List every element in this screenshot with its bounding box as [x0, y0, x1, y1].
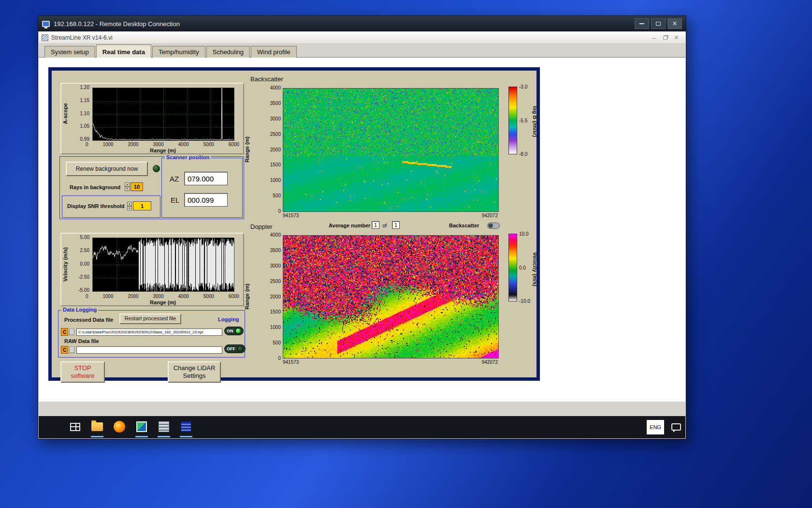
- ascope-xticks: 0100020003000400050006000: [86, 142, 239, 147]
- backscatter-ytick: 3000: [270, 116, 281, 121]
- rdp-window: 192.168.0.122 - Remote Desktop Connectio…: [38, 15, 686, 439]
- doppler-yticks: 40003500300025002000150010005000: [261, 232, 281, 361]
- rays-value[interactable]: 10: [130, 182, 143, 191]
- task-view-icon[interactable]: [69, 420, 81, 433]
- backscatter-ytick: 2500: [270, 132, 281, 137]
- app-window: StreamLine XR v14-6.vi – × System setupR…: [39, 31, 685, 417]
- doppler-heatmap: [283, 235, 499, 359]
- processed-browse-icon[interactable]: [69, 329, 74, 335]
- remote-desktop-icon: [42, 21, 50, 27]
- snr-spinner[interactable]: ▲▼: [127, 202, 132, 210]
- backscatter-heatmap: [283, 88, 499, 212]
- doppler-ytick: 0: [278, 356, 281, 361]
- tab-real-time-data[interactable]: Real time data: [96, 45, 151, 58]
- tab-scheduling[interactable]: Scheduling: [206, 46, 250, 58]
- rdp-maximize-button[interactable]: [651, 18, 666, 29]
- backscatter-colorbar-tick: -8.0: [519, 151, 527, 157]
- ascope-ylabel: A-scope: [62, 103, 68, 124]
- data-logging-title: Data Logging: [61, 307, 98, 313]
- backscatter-ytick: 0: [278, 209, 281, 214]
- stop-software-button[interactable]: STOP software: [60, 361, 105, 383]
- maximize-icon: [656, 22, 661, 26]
- processed-path-field[interactable]: C:\Lidar\Data\Proc\2023\202309\20230912\…: [76, 329, 222, 336]
- velocity-ytick: 2.50: [80, 248, 89, 253]
- velocity-xtick: 4000: [178, 294, 189, 299]
- app-close-button[interactable]: ×: [674, 34, 679, 42]
- raw-drive-button[interactable]: C: [61, 346, 68, 354]
- backscatter-ytick: 500: [273, 193, 281, 198]
- rays-in-background-label: Rays in background: [70, 184, 120, 190]
- doppler-ytick: 3500: [270, 248, 281, 253]
- raw-logging-toggle[interactable]: OFF: [224, 344, 246, 353]
- az-field[interactable]: 079.000: [184, 172, 228, 185]
- backscatter-ytick: 4000: [270, 85, 281, 90]
- backscatter-ytick: 1000: [270, 178, 281, 183]
- tab-temp-humidity[interactable]: Temp/humidity: [152, 46, 205, 58]
- backscatter-x-end: 942072: [482, 213, 498, 218]
- backscatter-colorbar-ticks: -3.0-5.5-8.0: [519, 84, 534, 157]
- app-title: StreamLine XR v14-6.vi: [51, 34, 113, 41]
- velocity-xtick: 3000: [153, 294, 164, 299]
- average-number-field[interactable]: 1: [372, 221, 379, 229]
- backscatter-display-toggle[interactable]: [487, 223, 500, 229]
- processed-logging-toggle[interactable]: ON: [224, 327, 244, 335]
- change-lidar-settings-button[interactable]: Change LiDAR Settings: [168, 361, 221, 383]
- average-of-field[interactable]: 1: [392, 221, 400, 229]
- doppler-ytick: 2500: [270, 279, 281, 284]
- file-explorer-active-indicator: [91, 436, 103, 437]
- renew-background-button[interactable]: Renew background now: [66, 162, 148, 176]
- backscatter-colorbar-tick: -5.5: [519, 118, 527, 123]
- scan-sched-icon[interactable]: [158, 420, 170, 433]
- rays-spinner[interactable]: ▲▼: [125, 182, 130, 191]
- velocity-xtick: 5000: [203, 294, 214, 299]
- doppler-x-end: 942072: [482, 359, 498, 365]
- raw-path-field[interactable]: [76, 346, 222, 354]
- backscatter-yticks: 40003500300025002000150010005000: [261, 85, 281, 214]
- ascope-ytick: 0.99: [80, 136, 89, 142]
- raw-browse-icon[interactable]: [69, 346, 74, 353]
- ascope-ytick: 1.20: [80, 85, 89, 90]
- file-explorer-icon[interactable]: [91, 420, 103, 433]
- snr-subgroup: Display SNR threshold ▲▼ 1: [62, 195, 160, 218]
- rdp-close-button[interactable]: ×: [667, 18, 682, 29]
- photos-active-indicator: [135, 436, 148, 437]
- firefox-icon[interactable]: [113, 420, 126, 433]
- el-field[interactable]: 000.099: [184, 193, 228, 207]
- ascope-plot: [92, 88, 234, 141]
- app-titlebar[interactable]: StreamLine XR v14-6.vi – ×: [39, 31, 685, 44]
- rdp-minimize-button[interactable]: [635, 18, 649, 29]
- velocity-xtick: 0: [86, 294, 88, 299]
- backscatter-ytick: 3500: [270, 101, 281, 106]
- backscatter-title: Backscatter: [250, 75, 283, 83]
- velocity-ytick: -2.50: [78, 274, 89, 280]
- rdp-titlebar[interactable]: 192.168.0.122 - Remote Desktop Connectio…: [38, 16, 686, 31]
- rdp-window-title: 192.168.0.122 - Remote Desktop Connectio…: [54, 20, 180, 28]
- doppler-ytick: 2000: [270, 294, 281, 299]
- restart-processed-file-button[interactable]: Restart processed file: [119, 314, 181, 324]
- tab-wind-profile[interactable]: Wind profile: [251, 46, 297, 58]
- processed-data-file-label: Processed Data file: [64, 317, 114, 323]
- ascope-xtick: 3000: [153, 142, 164, 147]
- tab-strip: System setupReal time dataTemp/humidityS…: [39, 44, 685, 58]
- blue-app-icon[interactable]: [180, 420, 192, 433]
- ascope-xtick: 1000: [102, 142, 113, 147]
- ascope-yticks: 1.201.151.101.050.99: [73, 85, 89, 142]
- language-indicator[interactable]: ENG: [647, 420, 664, 434]
- ascope-xaxis-label: Range (m): [92, 148, 233, 153]
- velocity-group: Velocity (m/s) 5.002.500.00-2.50-5.00 01…: [60, 233, 244, 306]
- tab-system-setup[interactable]: System setup: [44, 46, 95, 58]
- chat-icon[interactable]: [670, 420, 682, 433]
- doppler-ylabel: Range (m): [244, 284, 250, 310]
- ascope-xtick: 6000: [229, 142, 239, 147]
- backscatter-toggle-label: Backscatter: [449, 223, 479, 228]
- ascope-ytick: 1.05: [80, 123, 89, 129]
- photos-icon[interactable]: [135, 420, 148, 433]
- app-minimize-button[interactable]: –: [652, 34, 656, 41]
- doppler-colorbar-tick: -10.0: [519, 299, 530, 304]
- snr-value[interactable]: 1: [133, 201, 151, 210]
- processed-drive-button[interactable]: C: [61, 328, 68, 336]
- velocity-xtick: 6000: [229, 294, 239, 299]
- app-restore-button[interactable]: [663, 36, 667, 40]
- ascope-group: A-scope 1.201.151.101.050.99 01000200030…: [60, 83, 244, 154]
- velocity-ytick: 0.00: [80, 261, 89, 267]
